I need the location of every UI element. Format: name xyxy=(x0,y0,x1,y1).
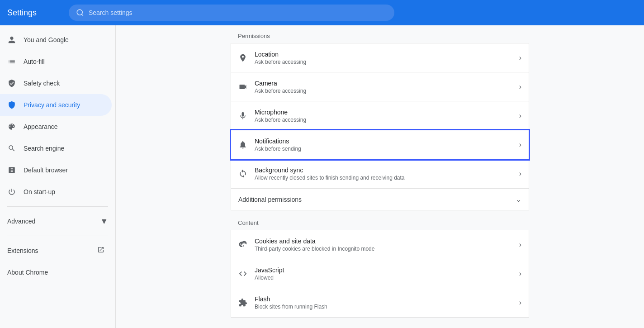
permission-javascript[interactable]: JavaScript Allowed › xyxy=(231,259,529,288)
background-sync-text: Background sync Allow recently closed si… xyxy=(255,166,512,181)
search-nav-icon xyxy=(7,144,16,153)
sidebar-item-advanced[interactable]: Advanced ▼ xyxy=(0,210,115,232)
sidebar-item-safety-check[interactable]: Safety check xyxy=(0,72,112,94)
camera-text: Camera Ask before accessing xyxy=(255,80,512,94)
sidebar-item-label: Auto-fill xyxy=(24,58,45,65)
sync-icon xyxy=(238,169,247,178)
sidebar-divider-2 xyxy=(7,236,108,236)
person-icon xyxy=(7,35,16,44)
svg-point-5 xyxy=(244,243,245,244)
permission-flash[interactable]: Flash Block sites from running Flash › xyxy=(231,288,529,317)
background-sync-title: Background sync xyxy=(255,166,512,174)
location-title: Location xyxy=(255,51,512,58)
cookies-chevron: › xyxy=(519,241,521,249)
permission-location[interactable]: Location Ask before accessing › xyxy=(231,43,529,72)
shield-blue-icon xyxy=(7,100,16,109)
external-link-icon xyxy=(97,246,104,255)
notifications-title: Notifications xyxy=(255,138,512,145)
microphone-subtitle: Ask before accessing xyxy=(255,117,512,123)
palette-icon xyxy=(7,122,16,131)
javascript-subtitle: Allowed xyxy=(255,275,512,281)
sidebar-divider xyxy=(7,206,108,207)
background-sync-chevron: › xyxy=(519,170,521,178)
sidebar-item-label: Privacy and security xyxy=(24,101,80,109)
notifications-chevron: › xyxy=(519,141,521,149)
content-inner: Permissions Location Ask before accessin… xyxy=(231,25,529,318)
permission-microphone[interactable]: Microphone Ask before accessing › xyxy=(231,101,529,130)
main-layout: You and Google Auto-fill Safety check Pr… xyxy=(0,25,644,328)
additional-permissions[interactable]: Additional permissions ⌄ xyxy=(231,189,529,210)
svg-point-3 xyxy=(243,245,244,247)
chevron-down-icon: ⌄ xyxy=(516,195,521,204)
chevron-down-icon: ▼ xyxy=(100,217,108,226)
puzzle-icon xyxy=(238,298,247,307)
content-area: Permissions Location Ask before accessin… xyxy=(116,25,644,328)
location-text: Location Ask before accessing xyxy=(255,51,512,65)
list-icon xyxy=(7,57,16,66)
background-sync-subtitle: Allow recently closed sites to finish se… xyxy=(255,175,512,181)
cookie-icon xyxy=(238,240,247,249)
code-icon xyxy=(238,269,247,278)
svg-point-0 xyxy=(77,10,82,15)
additional-permissions-label: Additional permissions xyxy=(238,196,512,203)
camera-chevron: › xyxy=(519,83,521,91)
browser-icon xyxy=(7,166,16,175)
content-heading: Content xyxy=(231,210,529,230)
sidebar-item-privacy-and-security[interactable]: Privacy and security xyxy=(0,94,112,116)
header: Settings xyxy=(0,0,644,25)
notifications-text: Notifications Ask before sending xyxy=(255,138,512,152)
flash-title: Flash xyxy=(255,295,512,303)
about-chrome-label: About Chrome xyxy=(7,269,48,276)
notifications-subtitle: Ask before sending xyxy=(255,146,512,152)
sidebar-item-appearance[interactable]: Appearance xyxy=(0,116,112,138)
cookies-text: Cookies and site data Third-party cookie… xyxy=(255,238,512,252)
sidebar-item-label: You and Google xyxy=(24,36,69,43)
javascript-chevron: › xyxy=(519,270,521,278)
sidebar-item-extensions[interactable]: Extensions xyxy=(0,240,112,261)
camera-icon xyxy=(238,82,247,91)
permission-notifications[interactable]: Notifications Ask before sending › xyxy=(231,130,529,159)
sidebar-item-label: Appearance xyxy=(24,123,58,130)
microphone-text: Microphone Ask before accessing xyxy=(255,109,512,123)
permission-camera[interactable]: Camera Ask before accessing › xyxy=(231,72,529,101)
permission-background-sync[interactable]: Background sync Allow recently closed si… xyxy=(231,159,529,188)
app-title: Settings xyxy=(7,8,62,18)
advanced-label: Advanced xyxy=(7,218,93,225)
flash-chevron: › xyxy=(519,299,521,307)
flash-subtitle: Block sites from running Flash xyxy=(255,304,512,310)
microphone-chevron: › xyxy=(519,112,521,120)
power-icon xyxy=(7,187,16,196)
sidebar-item-on-startup[interactable]: On start-up xyxy=(0,181,112,203)
sidebar-item-auto-fill[interactable]: Auto-fill xyxy=(0,51,112,72)
camera-subtitle: Ask before accessing xyxy=(255,88,512,94)
sidebar-item-label: Search engine xyxy=(24,145,64,152)
permissions-heading: Permissions xyxy=(231,25,529,43)
javascript-title: JavaScript xyxy=(255,266,512,274)
sidebar-item-label: Default browser xyxy=(24,166,68,174)
sidebar-item-label: Safety check xyxy=(24,80,60,87)
shield-icon xyxy=(7,79,16,88)
extensions-label: Extensions xyxy=(7,247,90,254)
sidebar-item-search-engine[interactable]: Search engine xyxy=(0,138,112,159)
sidebar: You and Google Auto-fill Safety check Pr… xyxy=(0,25,116,328)
javascript-text: JavaScript Allowed xyxy=(255,266,512,281)
sidebar-item-label: On start-up xyxy=(24,188,55,195)
location-pin-icon xyxy=(238,53,247,62)
content-list: Cookies and site data Third-party cookie… xyxy=(231,230,529,318)
camera-title: Camera xyxy=(255,80,512,87)
search-icon xyxy=(76,9,84,17)
flash-text: Flash Block sites from running Flash xyxy=(255,295,512,310)
permission-cookies[interactable]: Cookies and site data Third-party cookie… xyxy=(231,230,529,259)
microphone-title: Microphone xyxy=(255,109,512,116)
search-bar[interactable] xyxy=(69,5,394,21)
location-subtitle: Ask before accessing xyxy=(255,59,512,65)
sidebar-item-default-browser[interactable]: Default browser xyxy=(0,159,112,181)
location-chevron: › xyxy=(519,54,521,62)
search-input[interactable] xyxy=(89,9,387,16)
svg-line-1 xyxy=(81,14,83,15)
cookies-title: Cookies and site data xyxy=(255,238,512,245)
sidebar-item-about-chrome[interactable]: About Chrome xyxy=(0,261,112,283)
sidebar-item-you-and-google[interactable]: You and Google xyxy=(0,29,112,51)
permissions-list: Location Ask before accessing › Camera A… xyxy=(231,43,529,189)
mic-icon xyxy=(238,111,247,120)
